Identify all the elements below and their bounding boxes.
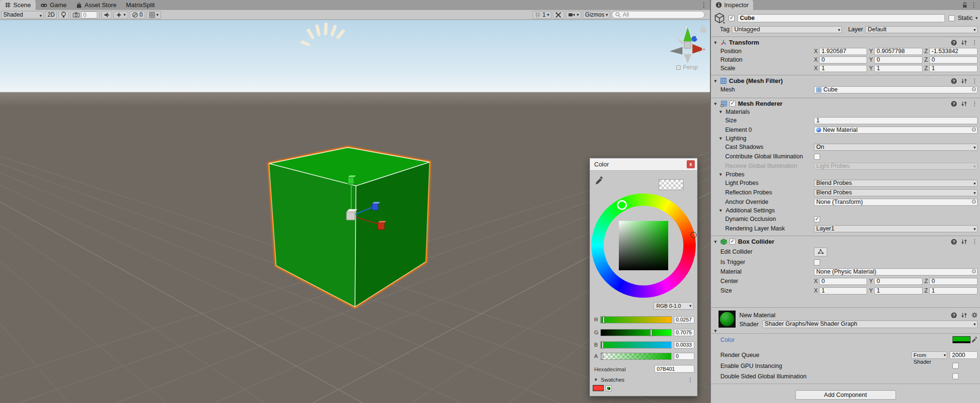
edit-collider-button[interactable] bbox=[814, 247, 827, 256]
mesh-filter-header[interactable]: ▼ Cube (Mesh Filter) ? ⋮ bbox=[711, 76, 980, 85]
material-preview[interactable] bbox=[719, 311, 736, 328]
box-collider-header[interactable]: ▼ Box Collider ? ⋮ bbox=[711, 237, 980, 246]
scene-viewport[interactable]: y z x Persp Color x bbox=[0, 20, 710, 403]
shader-dropdown[interactable]: Shader Graphs/New Shader Graph▾ bbox=[762, 321, 978, 328]
box-collider-enabled-checkbox[interactable] bbox=[729, 238, 736, 245]
foldout-arrow-icon[interactable]: ▼ bbox=[713, 329, 718, 333]
red-slider[interactable] bbox=[600, 316, 672, 323]
scene-pane-menu-icon[interactable]: ⋮ bbox=[700, 1, 707, 9]
tab-scene[interactable]: Scene bbox=[0, 0, 36, 10]
mesh-renderer-header[interactable]: ▼ Mesh Renderer ? ⋮ bbox=[711, 99, 980, 108]
lighting-foldout[interactable]: ▼Lighting bbox=[711, 135, 980, 142]
gameobject-cube-icon[interactable] bbox=[713, 12, 726, 24]
size-y-field[interactable]: 1 bbox=[874, 287, 922, 294]
tab-inspector[interactable]: Inspector bbox=[711, 0, 753, 10]
presets-icon[interactable] bbox=[961, 78, 967, 84]
rendering-layer-mask-dropdown[interactable]: Layer1▾ bbox=[814, 225, 978, 232]
light-probes-dropdown[interactable]: Blend Probes▾ bbox=[814, 180, 978, 187]
object-picker-icon[interactable]: ⊙ bbox=[971, 268, 976, 275]
presets-icon[interactable] bbox=[961, 239, 967, 245]
double-sided-gi-checkbox[interactable] bbox=[952, 373, 959, 379]
tool-settings-button[interactable] bbox=[553, 11, 564, 19]
component-menu-icon[interactable]: ⋮ bbox=[971, 39, 978, 46]
green-slider[interactable] bbox=[600, 329, 672, 336]
center-x-field[interactable]: 0 bbox=[819, 278, 867, 285]
component-menu-icon[interactable]: ⋮ bbox=[971, 77, 978, 84]
position-z-field[interactable]: -1.533842 bbox=[929, 48, 978, 55]
material-color-label[interactable]: Color bbox=[720, 337, 735, 343]
scale-handle-y[interactable] bbox=[348, 177, 354, 184]
camera-overlay-group[interactable]: 0 bbox=[70, 11, 100, 19]
close-button[interactable]: x bbox=[687, 160, 695, 168]
gizmos-dropdown[interactable]: Gizmos ▾ bbox=[583, 11, 610, 19]
presets-icon[interactable] bbox=[961, 101, 967, 107]
presets-icon[interactable] bbox=[961, 40, 967, 46]
green-value-field[interactable]: 0.7075 bbox=[674, 329, 694, 336]
tag-dropdown[interactable]: Untagged▾ bbox=[732, 26, 842, 33]
shading-mode-dropdown[interactable]: Shaded▾ bbox=[1, 11, 44, 19]
mesh-renderer-enabled-checkbox[interactable] bbox=[729, 101, 736, 107]
perspective-toggle[interactable]: Persp bbox=[676, 64, 698, 71]
component-menu-icon[interactable]: ⋮ bbox=[971, 238, 978, 245]
center-y-field[interactable]: 0 bbox=[874, 278, 922, 285]
component-menu-icon[interactable]: ⋮ bbox=[971, 100, 978, 107]
scale-handle-x[interactable] bbox=[378, 223, 384, 229]
camera-count-field[interactable]: 0 bbox=[81, 11, 97, 18]
foldout-arrow-icon[interactable]: ▼ bbox=[713, 40, 718, 45]
swatches-menu-icon[interactable]: ⋮ bbox=[687, 376, 693, 383]
material-color-swatch[interactable] bbox=[952, 336, 971, 343]
add-component-button[interactable]: Add Component bbox=[795, 390, 896, 400]
rotation-x-field[interactable]: 0 bbox=[819, 56, 867, 64]
object-picker-icon[interactable]: ⊙ bbox=[971, 199, 976, 205]
inspector-menu-icon[interactable]: ⋮ bbox=[971, 1, 977, 9]
help-icon[interactable]: ? bbox=[951, 239, 957, 245]
foldout-arrow-icon[interactable]: ▼ bbox=[713, 239, 718, 244]
size-z-field[interactable]: 1 bbox=[929, 287, 978, 294]
presets-icon[interactable] bbox=[961, 312, 967, 318]
gpu-instancing-checkbox[interactable] bbox=[952, 363, 959, 369]
scene-lighting-toggle[interactable] bbox=[58, 11, 69, 19]
rotation-z-field[interactable]: 0 bbox=[929, 56, 978, 64]
hue-selector[interactable] bbox=[617, 200, 627, 210]
probes-foldout[interactable]: ▼Probes bbox=[711, 171, 980, 178]
element0-object-field[interactable]: New Material ⊙ bbox=[814, 127, 978, 134]
dynamic-occlusion-checkbox[interactable] bbox=[814, 216, 820, 222]
swatch-red[interactable] bbox=[593, 385, 604, 391]
scale-z-field[interactable]: 1 bbox=[929, 65, 978, 72]
physic-material-field[interactable]: None (Physic Material)⊙ bbox=[814, 268, 978, 275]
tab-game[interactable]: Game bbox=[36, 0, 71, 10]
color-mode-dropdown[interactable]: RGB 0-1.0▾ bbox=[653, 302, 693, 310]
swatch-green[interactable] bbox=[606, 385, 612, 391]
gameobject-active-checkbox[interactable] bbox=[728, 15, 735, 21]
static-checkbox[interactable] bbox=[949, 15, 955, 21]
materials-size-field[interactable]: 1 bbox=[814, 117, 978, 124]
object-picker-icon[interactable]: ⊙ bbox=[971, 86, 976, 92]
help-icon[interactable]: ? bbox=[951, 101, 957, 107]
tab-matrixsplit[interactable]: MatrixSplit bbox=[121, 0, 159, 10]
transform-header[interactable]: ▼ Transform ? ⋮ bbox=[711, 38, 980, 47]
snap-grid-group[interactable]: 1 ▾ bbox=[532, 11, 551, 19]
position-x-field[interactable]: 1.920587 bbox=[819, 48, 867, 55]
foldout-arrow-icon[interactable]: ▼ bbox=[713, 79, 718, 83]
inspector-lock-icon[interactable] bbox=[962, 2, 968, 8]
swatches-foldout[interactable]: ▼ Swatches bbox=[594, 377, 625, 383]
additional-settings-foldout[interactable]: ▼Additional Settings bbox=[711, 207, 980, 214]
is-trigger-checkbox[interactable] bbox=[814, 259, 820, 266]
reflection-probes-dropdown[interactable]: Blend Probes▾ bbox=[814, 189, 978, 196]
help-icon[interactable]: ? bbox=[951, 40, 957, 46]
scene-camera-settings[interactable]: ▾ bbox=[566, 11, 581, 19]
scale-handle-center[interactable] bbox=[346, 212, 355, 220]
eyedropper-icon[interactable] bbox=[971, 336, 978, 343]
rotation-y-field[interactable]: 0 bbox=[874, 56, 922, 64]
saturation-value-box[interactable] bbox=[619, 221, 668, 270]
scene-effects-toggle[interactable]: ▾ bbox=[113, 11, 128, 19]
grid-visibility-toggle[interactable]: ▾ bbox=[147, 11, 161, 19]
color-picker-titlebar[interactable]: Color x bbox=[590, 158, 697, 171]
anchor-override-field[interactable]: None (Transform)⊙ bbox=[814, 199, 978, 206]
center-z-field[interactable]: 0 bbox=[929, 278, 978, 285]
mesh-object-field[interactable]: Cube ⊙ bbox=[814, 86, 978, 93]
help-icon[interactable]: ? bbox=[951, 312, 957, 318]
2d-toggle-button[interactable]: 2D bbox=[45, 11, 57, 19]
object-picker-icon[interactable]: ⊙ bbox=[971, 127, 976, 133]
contribute-gi-checkbox[interactable] bbox=[814, 154, 820, 160]
